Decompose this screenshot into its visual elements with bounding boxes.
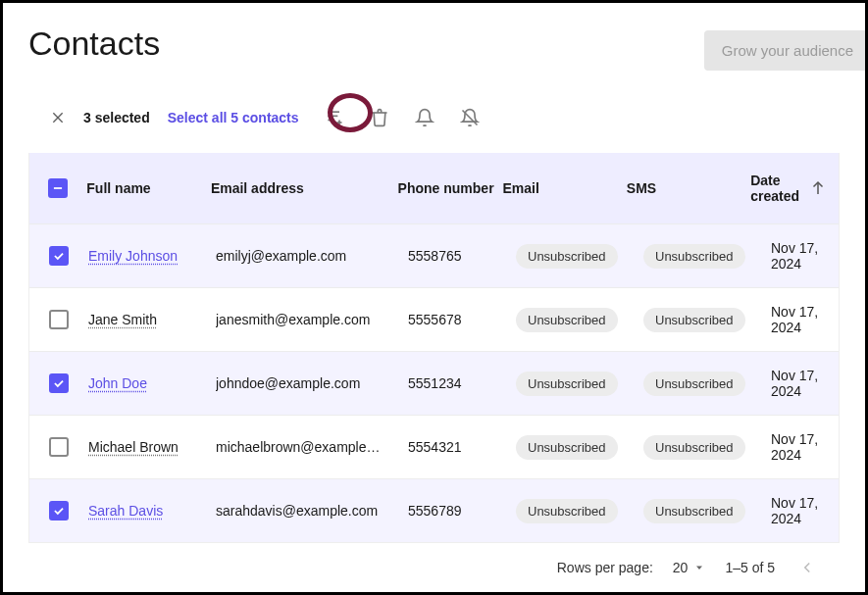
contact-phone: 5551234 [408, 375, 516, 391]
rows-per-page-select[interactable]: 20 [673, 560, 706, 575]
contact-date: Nov 17, 2024 [771, 304, 839, 335]
sms-status-badge: Unsubscribed [643, 435, 745, 460]
table-row: Michael Brownmichaelbrown@example…555432… [29, 415, 839, 478]
table-row: Jane Smithjanesmith@example.com5555678Un… [29, 287, 839, 351]
sort-ascending-icon[interactable] [809, 179, 827, 197]
table-row: Sarah Davissarahdavis@example.com5556789… [29, 478, 839, 542]
row-checkbox[interactable] [49, 246, 69, 266]
email-status-badge: Unsubscribed [516, 435, 618, 460]
prev-page-icon[interactable] [794, 555, 820, 580]
trash-icon[interactable] [366, 104, 393, 131]
bell-off-icon[interactable] [456, 104, 484, 131]
add-to-list-icon[interactable] [321, 104, 348, 131]
table-header: Full name Email address Phone number Ema… [29, 153, 839, 223]
sms-status-badge: Unsubscribed [643, 244, 745, 269]
page-title: Contacts [28, 25, 160, 63]
row-checkbox[interactable] [49, 310, 69, 329]
email-status-badge: Unsubscribed [516, 499, 618, 523]
email-status-badge: Unsubscribed [516, 308, 618, 332]
column-header-email-status[interactable]: Email [503, 180, 627, 196]
contact-phone: 5554321 [408, 439, 516, 455]
rows-per-page-value: 20 [673, 560, 689, 575]
row-checkbox[interactable] [49, 437, 69, 457]
contact-name-link[interactable]: Emily Johnson [88, 248, 178, 264]
select-all-checkbox[interactable] [48, 178, 68, 198]
row-checkbox[interactable] [49, 501, 69, 521]
column-header-date[interactable]: Date created [750, 173, 839, 204]
email-status-badge: Unsubscribed [516, 244, 618, 269]
contact-email: sarahdavis@example.com [216, 503, 408, 519]
svg-marker-10 [696, 567, 702, 570]
grow-audience-button[interactable]: Grow your audience [704, 30, 868, 71]
contact-phone: 5556789 [408, 503, 516, 519]
contacts-table: Full name Email address Phone number Ema… [28, 153, 840, 543]
table-row: Emily Johnsonemilyj@example.com5558765Un… [29, 223, 839, 287]
column-header-sms[interactable]: SMS [627, 180, 750, 196]
contact-name-link[interactable]: Michael Brown [88, 439, 179, 455]
contact-email: michaelbrown@example… [216, 439, 408, 455]
column-header-date-label: Date created [750, 173, 799, 204]
email-status-badge: Unsubscribed [516, 372, 618, 396]
table-row: John Doejohndoe@example.com5551234Unsubs… [29, 351, 839, 415]
sms-status-badge: Unsubscribed [643, 372, 745, 396]
contact-date: Nov 17, 2024 [771, 431, 839, 463]
sms-status-badge: Unsubscribed [643, 499, 745, 523]
rows-per-page-label: Rows per page: [557, 560, 653, 575]
chevron-down-icon [693, 562, 705, 573]
column-header-name[interactable]: Full name [86, 180, 211, 196]
contact-date: Nov 17, 2024 [771, 368, 839, 399]
contact-email: johndoe@example.com [216, 375, 408, 391]
close-icon[interactable] [50, 110, 66, 125]
contact-name-link[interactable]: Jane Smith [88, 312, 157, 327]
contact-phone: 5558765 [408, 248, 516, 264]
sms-status-badge: Unsubscribed [643, 308, 745, 332]
bulk-action-bar: 3 selected Select all 5 contacts [28, 94, 840, 141]
pagination-range: 1–5 of 5 [725, 560, 775, 575]
contact-date: Nov 17, 2024 [771, 495, 839, 526]
column-header-email[interactable]: Email address [211, 180, 398, 196]
contact-name-link[interactable]: John Doe [88, 375, 147, 391]
table-footer: Rows per page: 20 1–5 of 5 [28, 543, 840, 580]
select-all-link[interactable]: Select all 5 contacts [168, 110, 299, 125]
bell-icon[interactable] [411, 104, 438, 131]
column-header-phone[interactable]: Phone number [398, 180, 503, 196]
selected-count: 3 selected [83, 110, 150, 125]
contact-date: Nov 17, 2024 [771, 240, 839, 272]
contact-email: emilyj@example.com [216, 248, 408, 264]
contact-phone: 5555678 [408, 312, 516, 327]
contact-name-link[interactable]: Sarah Davis [88, 503, 163, 519]
contact-email: janesmith@example.com [216, 312, 408, 327]
row-checkbox[interactable] [49, 373, 69, 393]
